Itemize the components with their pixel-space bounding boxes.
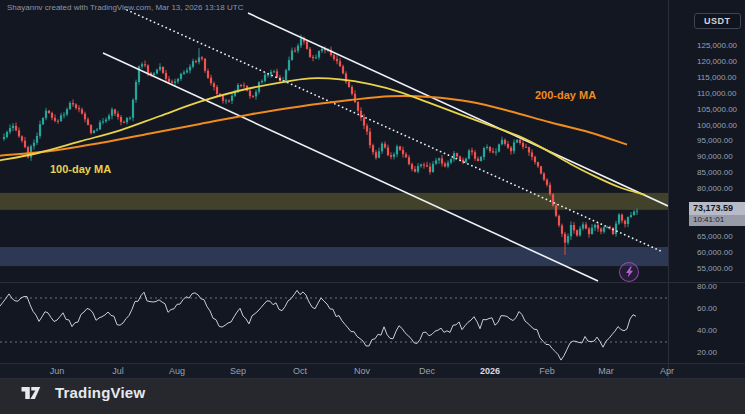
rsi-tick: 40.00 (697, 326, 717, 335)
tradingview-logo[interactable]: TradingView (20, 384, 145, 401)
time-axis-label: Mar (598, 366, 614, 376)
price-tick: 55,000.00 (697, 264, 733, 273)
time-axis-label: Sep (230, 366, 246, 376)
lightning-icon (625, 266, 634, 278)
price-tick: 125,000.00 (697, 41, 737, 50)
quote-currency-badge[interactable]: USDT (694, 13, 741, 29)
chart-canvas (0, 0, 745, 414)
price-tick: 110,000.00 (697, 89, 736, 98)
time-axis-label: Apr (660, 366, 674, 376)
price-tick: 115,000.00 (697, 73, 736, 82)
time-axis-border (0, 378, 745, 379)
time-axis-label: 2026 (480, 366, 500, 376)
channel-mid (127, 10, 663, 252)
time-axis-label: Nov (354, 366, 370, 376)
time-axis-label: Feb (539, 366, 555, 376)
time-axis-label: Jun (50, 366, 65, 376)
rsi-line (0, 290, 636, 360)
channel-lower (103, 53, 598, 281)
pane-separator[interactable] (0, 282, 745, 283)
resistance-zone (0, 193, 668, 210)
price-pane-drawing (0, 10, 668, 281)
price-tick: 65,000.00 (697, 232, 733, 241)
price-tick: 80,000.00 (697, 184, 733, 193)
time-axis-label: Oct (293, 366, 307, 376)
last-price-value: 73,173.59 (689, 202, 745, 215)
attribution-text: Shayannv created with TradingView.com, M… (7, 3, 243, 12)
rsi-separator[interactable] (0, 363, 745, 364)
price-tick: 90,000.00 (697, 152, 733, 161)
rsi-pane-drawing (0, 290, 668, 360)
price-tick: 105,000.00 (697, 105, 737, 114)
rsi-tick: 20.00 (697, 348, 717, 357)
boost-button[interactable] (619, 262, 639, 282)
time-axis-label: Jul (112, 366, 124, 376)
ma200-line (0, 96, 627, 156)
last-price-label: 73,173.59 10:41:01 (689, 202, 745, 226)
rsi-tick: 60.00 (697, 304, 717, 313)
price-axis-border (668, 0, 669, 378)
price-tick: 60,000.00 (697, 248, 733, 257)
tradingview-logo-text: TradingView (55, 384, 145, 401)
price-tick: 95,000.00 (697, 136, 733, 145)
price-tick: 85,000.00 (697, 168, 733, 177)
support-zone (0, 247, 668, 266)
tradingview-chart-window: Shayannv created with TradingView.com, M… (0, 0, 745, 414)
tradingview-logo-icon (20, 385, 47, 401)
ma200-label: 200-day MA (535, 89, 596, 101)
price-tick: 120,000.00 (697, 57, 737, 66)
price-tick: 100,000.00 (697, 121, 737, 130)
candle-countdown: 10:41:01 (689, 215, 745, 226)
rsi-tick: 80.00 (697, 282, 717, 291)
ma100-label: 100-day MA (50, 163, 111, 175)
time-axis-label: Dec (419, 366, 435, 376)
time-axis-label: Aug (169, 366, 185, 376)
channel-upper (248, 13, 668, 206)
